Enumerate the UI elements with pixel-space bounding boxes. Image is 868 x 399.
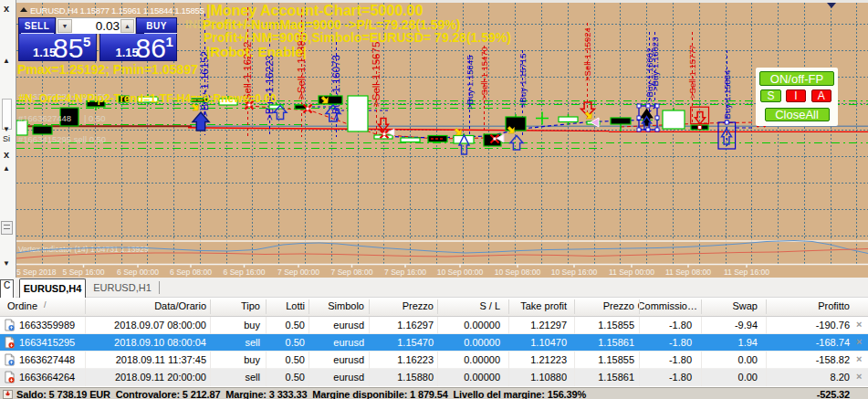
svg-text:>Buy-1.15884: >Buy-1.15884: [722, 70, 732, 124]
svg-text:EURUSD,H4 1.15877 1.15961 1.1: EURUSD,H4 1.15877 1.15961 1.15844 1.1585…: [30, 5, 204, 16]
svg-text:6 Sep 08:00: 6 Sep 08:00: [170, 268, 212, 277]
svg-text:6 Sep 16:00: 6 Sep 16:00: [224, 268, 266, 277]
svg-text:7 Sep 08:00: 7 Sep 08:00: [331, 268, 373, 277]
svg-text:6 Sep 00:00: 6 Sep 00:00: [117, 268, 159, 277]
svg-text:11 Sep 16:00: 11 Sep 16:00: [724, 268, 769, 277]
svg-text:>Buy-1.15715: >Buy-1.15715: [518, 54, 528, 108]
svg-text:#N: Ord=4;N°Pip2-Trend=1;TF-H4: #N: Ord=4;N°Pip2-Trend=1;TF-H4==0;Rnews=…: [18, 92, 277, 105]
svg-text:>Buy-1.16073: >Buy-1.16073: [330, 55, 341, 121]
svg-text:#1663627448: #1663627448: [18, 113, 71, 123]
svg-text:>Sell-1.15470: >Sell-1.15470: [479, 47, 489, 100]
svg-text:10 Sep 00:00: 10 Sep 00:00: [437, 268, 484, 277]
svg-text:5 Sep 16:00: 5 Sep 16:00: [63, 268, 105, 277]
svg-text:11 Sep 00:00: 11 Sep 00:00: [609, 268, 654, 277]
svg-text:Profit+/-NM=9000,Simbolo=EURUS: Profit+/-NM=9000,Simbolo=EURUSD= 79.28(1…: [204, 30, 511, 45]
svg-text:>Buy-1.16152: >Buy-1.16152: [199, 51, 210, 117]
svg-text:>Buy-1.15645: >Buy-1.15645: [465, 56, 475, 110]
svg-text:10 Sep 16:00: 10 Sep 16:00: [551, 268, 598, 277]
svg-text:11 Sep 08:00: 11 Sep 08:00: [665, 268, 711, 277]
svg-text:|Robot: Enable|: |Robot: Enable|: [206, 44, 307, 59]
svg-text:5 Sep 2018: 5 Sep 2018: [16, 268, 57, 277]
svg-text:|Money Account-Chart=5000.00: |Money Account-Chart=5000.00: [206, 3, 423, 18]
svg-text:>Buy-1.16023: >Buy-1.16023: [650, 37, 660, 91]
svg-text:Vertex Indicator (14) 1.04731: Vertex Indicator (14) 1.04731 1.13929: [18, 245, 149, 254]
svg-text:10 Sep 08:00: 10 Sep 08:00: [495, 268, 541, 277]
svg-text:Pmax=1.25192; Pmin=1.05897: Pmax=1.25192; Pmin=1.05897: [17, 62, 198, 77]
svg-text:>Sell-1.15675: >Sell-1.15675: [371, 42, 382, 107]
svg-text:>Sell-1.15924: >Sell-1.15924: [582, 27, 592, 81]
svg-text:7 Sep 16:00: 7 Sep 16:00: [384, 268, 426, 277]
svg-text:>Buy-1.16223: >Buy-1.16223: [264, 55, 275, 121]
svg-text:>Sell-1.15777: >Sell-1.15777: [687, 45, 697, 99]
svg-text:7 Sep 00:00: 7 Sep 00:00: [277, 268, 319, 277]
svg-text:#1663415295 sell 0.50: #1663415295 sell 0.50: [18, 134, 106, 144]
svg-text:| 0.50: | 0.50: [84, 113, 106, 123]
